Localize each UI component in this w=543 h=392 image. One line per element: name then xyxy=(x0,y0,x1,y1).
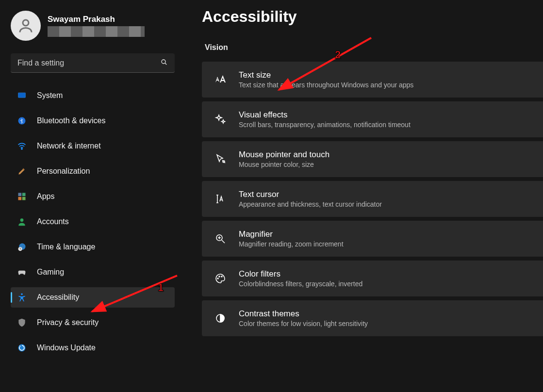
accessibility-icon xyxy=(16,292,27,303)
card-color-filters[interactable]: Color filters Colorblindness filters, gr… xyxy=(202,261,543,296)
clock-globe-icon xyxy=(16,242,27,252)
sidebar: Swayam Prakash System Bluetooth & device… xyxy=(0,0,184,392)
page-title: Accessibility xyxy=(202,8,543,26)
profile-name: Swayam Prakash xyxy=(48,15,145,24)
svg-point-23 xyxy=(219,276,220,277)
shield-icon xyxy=(16,317,27,328)
card-title: Contrast themes xyxy=(239,309,368,319)
nav-label: Accounts xyxy=(37,217,69,226)
svg-rect-10 xyxy=(22,197,26,200)
search-box[interactable] xyxy=(11,53,175,73)
nav-label: Bluetooth & devices xyxy=(37,116,105,125)
nav-item-personalization[interactable]: Personalization xyxy=(11,161,175,181)
nav-item-network[interactable]: Network & internet xyxy=(11,136,175,156)
card-text: Visual effects Scroll bars, transparency… xyxy=(239,110,411,129)
card-text-cursor[interactable]: Text cursor Appearance and thickness, te… xyxy=(202,181,543,217)
svg-rect-7 xyxy=(18,193,22,196)
card-desc: Color themes for low vision, light sensi… xyxy=(239,320,368,327)
card-text: Mouse pointer and touch Mouse pointer co… xyxy=(239,150,329,168)
card-text: Text cursor Appearance and thickness, te… xyxy=(239,190,382,208)
card-mouse-pointer[interactable]: Mouse pointer and touch Mouse pointer co… xyxy=(202,141,543,177)
display-icon xyxy=(16,90,27,101)
card-desc: Text size that appears throughout Window… xyxy=(239,81,413,89)
text-cursor-icon xyxy=(214,192,227,206)
nav-item-time[interactable]: Time & language xyxy=(11,237,175,257)
nav-item-update[interactable]: Windows Update xyxy=(11,338,175,358)
svg-point-22 xyxy=(217,278,218,279)
card-text-size[interactable]: Text size Text size that appears through… xyxy=(202,62,543,98)
card-text: Magnifier Magnifier reading, zoom increm… xyxy=(239,229,344,248)
nav-list: System Bluetooth & devices Network & int… xyxy=(11,85,175,362)
card-text: Contrast themes Color themes for low vis… xyxy=(239,309,368,327)
nav-item-accounts[interactable]: Accounts xyxy=(11,212,175,232)
nav-item-system[interactable]: System xyxy=(11,85,175,106)
main-pane: Accessibility Vision Text size Text size… xyxy=(184,0,543,392)
update-icon xyxy=(16,343,27,353)
apps-icon xyxy=(16,191,27,202)
card-title: Magnifier xyxy=(239,229,344,239)
nav-label: Privacy & security xyxy=(37,318,99,327)
svg-point-0 xyxy=(23,20,29,26)
svg-line-19 xyxy=(222,240,225,243)
search-input[interactable] xyxy=(17,59,160,67)
card-desc: Mouse pointer color, size xyxy=(239,161,329,168)
card-desc: Scroll bars, transparency, animations, n… xyxy=(239,121,411,129)
person-icon xyxy=(17,17,34,34)
svg-rect-9 xyxy=(18,197,22,200)
card-title: Visual effects xyxy=(239,110,411,120)
svg-rect-8 xyxy=(22,193,26,196)
profile-text: Swayam Prakash xyxy=(48,15,145,37)
card-magnifier[interactable]: Magnifier Magnifier reading, zoom increm… xyxy=(202,221,543,257)
nav-label: Network & internet xyxy=(37,142,101,150)
cursor-icon xyxy=(214,152,227,166)
nav-label: Accessibility xyxy=(37,293,79,302)
settings-app: Swayam Prakash System Bluetooth & device… xyxy=(0,0,543,392)
card-contrast-themes[interactable]: Contrast themes Color themes for low vis… xyxy=(202,300,543,336)
svg-point-11 xyxy=(20,218,24,222)
bluetooth-icon xyxy=(16,115,27,126)
nav-label: Time & language xyxy=(37,243,95,251)
palette-icon xyxy=(214,272,227,285)
profile-email xyxy=(48,26,145,37)
svg-point-6 xyxy=(21,148,22,149)
search-icon xyxy=(160,58,168,67)
card-title: Color filters xyxy=(239,269,362,279)
nav-item-privacy[interactable]: Privacy & security xyxy=(11,312,175,333)
card-title: Text cursor xyxy=(239,190,382,199)
svg-point-24 xyxy=(221,276,222,277)
wifi-icon xyxy=(16,141,27,151)
nav-label: Apps xyxy=(37,192,54,201)
card-text: Color filters Colorblindness filters, gr… xyxy=(239,269,362,288)
paintbrush-icon xyxy=(16,166,27,177)
nav-item-bluetooth[interactable]: Bluetooth & devices xyxy=(11,111,175,131)
nav-label: Windows Update xyxy=(37,343,96,352)
profile-block[interactable]: Swayam Prakash xyxy=(11,11,175,41)
nav-label: Gaming xyxy=(37,268,64,277)
account-icon xyxy=(16,216,27,227)
section-title: Vision xyxy=(205,43,543,52)
avatar xyxy=(11,11,41,41)
svg-line-2 xyxy=(165,63,166,65)
nav-label: Personalization xyxy=(37,167,90,176)
card-desc: Appearance and thickness, text cursor in… xyxy=(239,200,382,208)
magnifier-icon xyxy=(214,232,227,245)
nav-item-accessibility[interactable]: Accessibility xyxy=(11,287,175,308)
contrast-icon xyxy=(214,311,227,325)
nav-label: System xyxy=(37,91,63,100)
sparkle-icon xyxy=(214,113,227,126)
card-desc: Colorblindness filters, grayscale, inver… xyxy=(239,280,362,288)
nav-item-apps[interactable]: Apps xyxy=(11,186,175,207)
svg-rect-3 xyxy=(18,93,26,98)
text-size-icon xyxy=(214,73,227,86)
gamepad-icon xyxy=(16,267,27,278)
svg-point-14 xyxy=(21,294,23,295)
nav-item-gaming[interactable]: Gaming xyxy=(11,262,175,282)
card-title: Mouse pointer and touch xyxy=(239,150,329,160)
card-title: Text size xyxy=(239,70,413,80)
svg-point-1 xyxy=(162,60,165,64)
card-desc: Magnifier reading, zoom increment xyxy=(239,240,344,248)
card-text: Text size Text size that appears through… xyxy=(239,70,413,89)
card-visual-effects[interactable]: Visual effects Scroll bars, transparency… xyxy=(202,101,543,137)
card-list: Text size Text size that appears through… xyxy=(202,62,543,338)
